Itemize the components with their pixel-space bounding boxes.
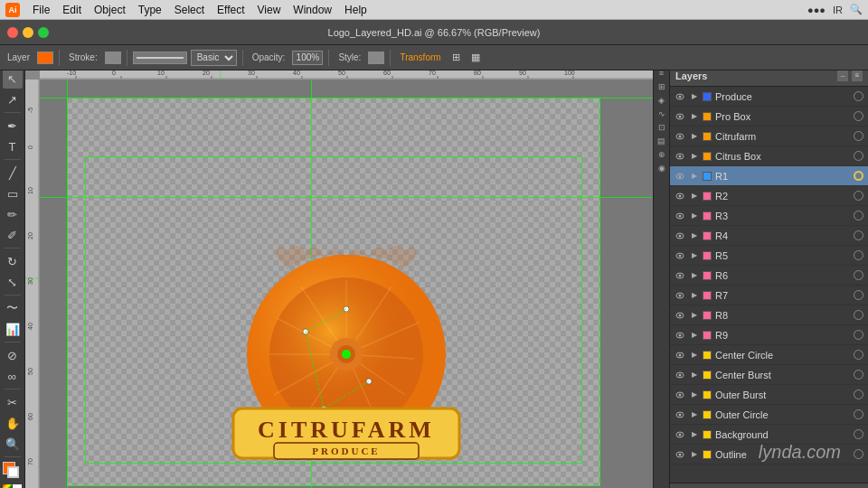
- direct-selection-tool[interactable]: ↗: [3, 89, 23, 109]
- transform-icon1[interactable]: ⊞: [448, 48, 464, 68]
- graph-tool[interactable]: 📊: [3, 319, 23, 339]
- layer-item[interactable]: ▶ Background: [670, 425, 868, 445]
- layer-item[interactable]: ▶ Outline: [670, 445, 868, 465]
- layer-target-13[interactable]: [852, 349, 864, 361]
- layer-target-1[interactable]: [852, 110, 864, 123]
- layer-item[interactable]: ▶ R9: [670, 325, 868, 345]
- layer-eye-4[interactable]: [674, 170, 686, 183]
- menu-select[interactable]: Select: [175, 4, 204, 16]
- layer-eye-18[interactable]: [674, 448, 686, 461]
- layer-target-7[interactable]: [852, 230, 864, 242]
- layer-eye-16[interactable]: [674, 408, 686, 421]
- rt-tool4[interactable]: ∿: [656, 108, 668, 120]
- style-swatch[interactable]: [368, 52, 384, 64]
- opacity-input[interactable]: 100%: [292, 51, 323, 65]
- layer-target-18[interactable]: [852, 448, 864, 461]
- layers-collapse-btn[interactable]: –: [837, 70, 848, 81]
- hand-tool[interactable]: ✋: [3, 413, 23, 433]
- layer-target-4[interactable]: [852, 170, 864, 183]
- layer-item[interactable]: ▶ R5: [670, 246, 868, 266]
- layer-target-12[interactable]: [852, 329, 864, 342]
- layer-expand-7[interactable]: ▶: [690, 231, 699, 240]
- layer-expand-0[interactable]: ▶: [690, 92, 699, 101]
- layer-eye-13[interactable]: [674, 349, 686, 361]
- layer-item[interactable]: ▶ R7: [670, 286, 868, 305]
- scale-tool[interactable]: ⤡: [3, 272, 23, 292]
- rt-tool7[interactable]: ⊕: [656, 148, 668, 161]
- pencil-tool[interactable]: ✐: [3, 225, 23, 245]
- layer-item[interactable]: ▶ Citrufarm: [670, 127, 868, 146]
- line-tool[interactable]: ╱: [3, 163, 23, 183]
- layer-expand-17[interactable]: ▶: [690, 430, 699, 439]
- layer-eye-15[interactable]: [674, 389, 686, 401]
- menu-view[interactable]: View: [258, 4, 281, 16]
- layer-target-5[interactable]: [852, 190, 864, 202]
- layer-item[interactable]: ▶ Center Circle: [670, 345, 868, 365]
- stroke-color-swatch[interactable]: [105, 52, 121, 64]
- layer-expand-12[interactable]: ▶: [690, 331, 699, 340]
- layer-expand-6[interactable]: ▶: [690, 211, 699, 221]
- layer-item[interactable]: ▶ Citrus Box: [670, 146, 868, 166]
- menu-edit[interactable]: Edit: [62, 4, 81, 16]
- layer-eye-11[interactable]: [674, 309, 686, 322]
- layer-eye-1[interactable]: [674, 110, 686, 123]
- transform-icon2[interactable]: ▦: [467, 48, 484, 68]
- layer-eye-3[interactable]: [674, 150, 686, 163]
- zoom-tool[interactable]: 🔍: [3, 434, 23, 454]
- layer-expand-16[interactable]: ▶: [690, 410, 699, 419]
- layer-item[interactable]: ▶ R3: [670, 206, 868, 226]
- scissors-tool[interactable]: ✂: [3, 392, 23, 412]
- layer-item[interactable]: ▶ Center Burst: [670, 365, 868, 385]
- layer-eye-10[interactable]: [674, 289, 686, 302]
- layer-expand-4[interactable]: ▶: [690, 172, 699, 181]
- pen-tool[interactable]: ✒: [3, 116, 23, 136]
- layer-item[interactable]: ▶ R6: [670, 266, 868, 286]
- layer-expand-15[interactable]: ▶: [690, 390, 699, 399]
- layer-eye-9[interactable]: [674, 269, 686, 282]
- menu-search-icon[interactable]: 🔍: [850, 4, 863, 15]
- layer-item[interactable]: ▶ R2: [670, 186, 868, 206]
- layer-eye-8[interactable]: [674, 249, 686, 262]
- layer-target-16[interactable]: [852, 408, 864, 421]
- close-button[interactable]: [7, 27, 18, 38]
- layer-item[interactable]: ▶ Outer Circle: [670, 405, 868, 425]
- layer-expand-1[interactable]: ▶: [690, 112, 699, 121]
- layers-list[interactable]: ▶ Produce ▶ Pro Box ▶ Citrufarm: [670, 87, 868, 483]
- layer-target-10[interactable]: [852, 289, 864, 302]
- layer-eye-14[interactable]: [674, 369, 686, 381]
- layer-target-0[interactable]: [852, 90, 864, 103]
- layer-item[interactable]: ▶ R8: [670, 305, 868, 325]
- menu-effect[interactable]: Effect: [217, 4, 244, 16]
- rt-tool3[interactable]: ◈: [656, 94, 668, 107]
- layer-eye-7[interactable]: [674, 230, 686, 242]
- rotate-tool[interactable]: ↻: [3, 251, 23, 271]
- layer-expand-5[interactable]: ▶: [690, 192, 699, 201]
- layer-target-3[interactable]: [852, 150, 864, 163]
- layer-expand-2[interactable]: ▶: [690, 132, 699, 141]
- layer-eye-12[interactable]: [674, 329, 686, 342]
- maximize-button[interactable]: [38, 27, 49, 38]
- selection-tool[interactable]: ↖: [3, 69, 23, 89]
- eyedropper-tool[interactable]: ⊘: [3, 345, 23, 365]
- layer-expand-14[interactable]: ▶: [690, 371, 699, 380]
- rt-tool5[interactable]: ⊡: [656, 121, 668, 134]
- layer-item[interactable]: ▶ Produce: [670, 87, 868, 107]
- paint-brush-tool[interactable]: ✏: [3, 204, 23, 224]
- layer-target-8[interactable]: [852, 249, 864, 262]
- layer-target-2[interactable]: [852, 130, 864, 143]
- rt-tool8[interactable]: ◉: [656, 162, 668, 174]
- layer-item[interactable]: ▶ R1: [670, 166, 868, 186]
- rect-tool[interactable]: ▭: [3, 183, 23, 203]
- menu-type[interactable]: Type: [138, 4, 162, 16]
- layer-eye-6[interactable]: [674, 210, 686, 222]
- canvas-area[interactable]: -10 0 10 20 30 40 50 60 70 80 90 100: [25, 65, 653, 488]
- layer-eye-0[interactable]: [674, 90, 686, 103]
- layer-eye-2[interactable]: [674, 130, 686, 143]
- layer-expand-11[interactable]: ▶: [690, 311, 699, 320]
- layer-expand-18[interactable]: ▶: [690, 450, 699, 459]
- menu-object[interactable]: Object: [94, 4, 126, 16]
- layer-expand-10[interactable]: ▶: [690, 291, 699, 300]
- layer-item[interactable]: ▶ Outer Burst: [670, 385, 868, 405]
- color-fill-stroke[interactable]: [3, 462, 23, 482]
- rt-tool6[interactable]: ▤: [656, 135, 668, 147]
